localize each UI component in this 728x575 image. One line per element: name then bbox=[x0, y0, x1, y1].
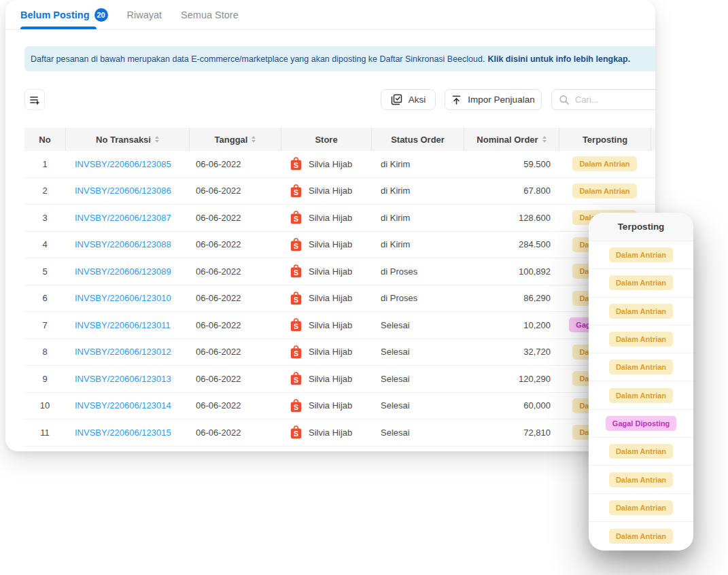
panel-row: Dalam Antrian bbox=[589, 522, 693, 550]
row-status: Selesai bbox=[371, 347, 464, 357]
transaction-link[interactable]: INVSBY/220606/123010 bbox=[75, 293, 171, 303]
row-date: 06-06-2022 bbox=[189, 320, 281, 330]
row-no: 6 bbox=[24, 293, 65, 303]
svg-text:S: S bbox=[294, 188, 298, 196]
header-no: No bbox=[24, 128, 65, 151]
panel-row: Dalam Antrian bbox=[589, 298, 693, 326]
panel-title: Terposting bbox=[589, 213, 693, 241]
orders-table: No No Transaksi Tanggal Store Status Ord… bbox=[24, 128, 655, 447]
panel-terposting-badge: Dalam Antrian bbox=[609, 388, 673, 403]
store-name: Silvia Hijab bbox=[309, 266, 352, 277]
playlist-add-icon bbox=[29, 94, 40, 105]
transaction-link[interactable]: INVSBY/220606/123087 bbox=[75, 213, 171, 223]
info-banner: Daftar pesanan di bawah merupakan data E… bbox=[24, 46, 655, 71]
transaction-link[interactable]: INVSBY/220606/123089 bbox=[75, 266, 171, 277]
row-store: S Silvia Hijab bbox=[281, 372, 371, 385]
transaction-link[interactable]: INVSBY/220606/123086 bbox=[75, 186, 171, 196]
upload-icon bbox=[451, 94, 462, 105]
panel-row: Dalam Antrian bbox=[589, 381, 693, 409]
shopee-icon: S bbox=[290, 318, 302, 332]
tab-label: Belum Posting bbox=[20, 10, 90, 20]
panel-terposting-badge: Dalam Antrian bbox=[609, 332, 673, 347]
table-row: 2 INVSBY/220606/123086 06-06-2022 S Silv… bbox=[24, 178, 655, 205]
panel-terposting-badge: Dalam Antrian bbox=[609, 304, 673, 319]
info-banner-link[interactable]: Klik disini untuk info lebih lengkap. bbox=[487, 54, 630, 64]
store-name: Silvia Hijab bbox=[309, 400, 352, 411]
row-no: 4 bbox=[24, 239, 65, 249]
tab-label: Semua Store bbox=[181, 10, 239, 20]
column-settings-button[interactable] bbox=[24, 89, 45, 110]
store-name: Silvia Hijab bbox=[309, 186, 352, 196]
terposting-badge: Dalam Antrian bbox=[572, 184, 636, 198]
panel-terposting-badge: Dalam Antrian bbox=[609, 360, 673, 374]
store-name: Silvia Hijab bbox=[309, 347, 352, 357]
transaction-link[interactable]: INVSBY/220606/123014 bbox=[75, 400, 171, 411]
table-row: 9 INVSBY/220606/123013 06-06-2022 S Silv… bbox=[24, 366, 655, 393]
shopee-icon: S bbox=[290, 372, 302, 385]
search-box[interactable] bbox=[551, 89, 655, 110]
tab-belum-posting[interactable]: Belum Posting 20 bbox=[20, 0, 108, 29]
row-no: 3 bbox=[24, 213, 65, 223]
header-no-transaksi[interactable]: No Transaksi bbox=[65, 128, 189, 151]
row-nominal: 120,290 bbox=[464, 374, 559, 384]
tab-semua-store[interactable]: Semua Store bbox=[181, 0, 239, 29]
row-status: di Proses bbox=[371, 266, 464, 277]
store-name: Silvia Hijab bbox=[309, 213, 352, 223]
tab-bar: Belum Posting 20 Riwayat Semua Store bbox=[5, 0, 655, 30]
row-store: S Silvia Hijab bbox=[281, 211, 371, 224]
transaction-link[interactable]: INVSBY/220606/123088 bbox=[75, 239, 171, 249]
panel-row: Dalam Antrian bbox=[589, 494, 693, 522]
sort-icon bbox=[542, 136, 547, 143]
row-date: 06-06-2022 bbox=[189, 347, 281, 357]
store-name: Silvia Hijab bbox=[309, 293, 352, 303]
tab-riwayat[interactable]: Riwayat bbox=[127, 0, 162, 29]
row-no: 1 bbox=[24, 159, 65, 169]
orders-card: Belum Posting 20 Riwayat Semua Store Daf… bbox=[5, 0, 655, 451]
row-nominal: 100,892 bbox=[464, 266, 559, 277]
store-name: Silvia Hijab bbox=[309, 320, 352, 330]
row-status: Selesai bbox=[371, 374, 464, 384]
shopee-icon: S bbox=[290, 157, 302, 171]
transaction-link[interactable]: INVSBY/220606/123013 bbox=[75, 374, 171, 384]
aksi-button-label: Aksi bbox=[409, 94, 426, 105]
header-store: Store bbox=[281, 128, 371, 151]
svg-text:S: S bbox=[294, 402, 298, 411]
row-nominal: 67.800 bbox=[464, 186, 559, 196]
panel-row: Dalam Antrian bbox=[589, 353, 693, 381]
shopee-icon: S bbox=[290, 238, 302, 251]
table-header: No No Transaksi Tanggal Store Status Ord… bbox=[24, 128, 655, 151]
row-store: S Silvia Hijab bbox=[281, 345, 371, 359]
row-status: di Kirim bbox=[371, 159, 464, 169]
panel-row: Dalam Antrian bbox=[589, 269, 693, 297]
row-date: 06-06-2022 bbox=[189, 159, 281, 169]
search-icon bbox=[559, 94, 570, 105]
sort-icon bbox=[252, 136, 256, 143]
table-row: 10 INVSBY/220606/123014 06-06-2022 S Sil… bbox=[24, 393, 655, 420]
search-input[interactable] bbox=[575, 94, 643, 105]
store-name: Silvia Hijab bbox=[309, 159, 352, 169]
sort-icon bbox=[155, 136, 159, 143]
impor-penjualan-button[interactable]: Impor Penjualan bbox=[445, 89, 542, 110]
header-nominal-order[interactable]: Nominal Order bbox=[464, 128, 559, 151]
transaction-link[interactable]: INVSBY/220606/123011 bbox=[75, 320, 171, 330]
row-store: S Silvia Hijab bbox=[281, 318, 371, 332]
panel-row: Gagal Diposting bbox=[589, 410, 693, 438]
terposting-column-panel[interactable]: Terposting Dalam Antrian Dalam Antrian D… bbox=[589, 213, 693, 551]
info-banner-text: Daftar pesanan di bawah merupakan data E… bbox=[31, 54, 485, 64]
transaction-link[interactable]: INVSBY/220606/123015 bbox=[75, 428, 171, 438]
svg-text:S: S bbox=[294, 376, 298, 384]
table-row: 1 INVSBY/220606/123085 06-06-2022 S Silv… bbox=[24, 151, 655, 178]
svg-text:S: S bbox=[294, 430, 298, 438]
table-row: 7 INVSBY/220606/123011 06-06-2022 S Silv… bbox=[24, 312, 655, 339]
transaction-link[interactable]: INVSBY/220606/123085 bbox=[75, 159, 171, 169]
svg-text:S: S bbox=[294, 268, 298, 277]
row-date: 06-06-2022 bbox=[189, 213, 281, 223]
row-status: Selesai bbox=[371, 320, 464, 330]
panel-body: Dalam Antrian Dalam Antrian Dalam Antria… bbox=[589, 241, 693, 550]
aksi-button[interactable]: Aksi bbox=[381, 89, 436, 110]
table-row: 4 INVSBY/220606/123088 06-06-2022 S Silv… bbox=[24, 232, 655, 259]
row-store: S Silvia Hijab bbox=[281, 425, 371, 439]
header-tanggal[interactable]: Tanggal bbox=[189, 128, 281, 151]
transaction-link[interactable]: INVSBY/220606/123012 bbox=[75, 347, 171, 357]
panel-terposting-badge: Dalam Antrian bbox=[609, 275, 673, 290]
